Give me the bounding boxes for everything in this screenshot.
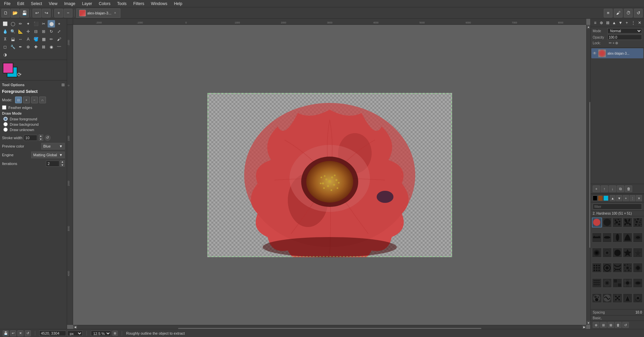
delete-layer-btn[interactable]: 🗑 — [625, 185, 632, 192]
tool-airbrush[interactable]: 🔧 — [9, 43, 16, 51]
tool-shear[interactable]: ⊼ — [1, 36, 9, 43]
lower-layer-btn[interactable]: ↓ — [609, 185, 616, 192]
tool-healing[interactable]: ✚ — [32, 43, 40, 51]
undo-button[interactable]: ↩ — [33, 9, 41, 17]
brush-cell-hardness-dark[interactable] — [602, 218, 612, 227]
draw-unknown-radio[interactable] — [3, 127, 8, 132]
brush-cell-misc-2[interactable] — [602, 263, 612, 273]
brush-cell-circle-solid[interactable] — [612, 248, 622, 258]
menu-select[interactable]: Select — [28, 1, 45, 7]
brush-cell-round-4[interactable] — [623, 293, 633, 303]
tool-zoom[interactable]: 🔍 — [9, 28, 16, 35]
tool-paintbucket[interactable]: 🪣 — [32, 36, 40, 43]
new-button[interactable]: 🗋 — [1, 9, 10, 17]
layers-panel-icon[interactable]: ≡ — [592, 19, 598, 26]
tool-options-collapse[interactable]: ⊠ — [61, 82, 65, 87]
tool-crop[interactable]: ⊞ — [40, 28, 47, 35]
status-refresh-btn[interactable]: ↺ — [25, 330, 31, 336]
tool-pencil[interactable]: ✏ — [48, 36, 55, 43]
tool-move[interactable]: ✛ — [24, 28, 32, 35]
tool-ellipse-select[interactable]: ◯ — [9, 20, 16, 27]
reset-colors-button[interactable]: ⟳ — [17, 72, 21, 77]
tool-text[interactable]: A — [24, 36, 32, 43]
tool-scissors[interactable]: ✂ — [40, 20, 47, 27]
mode-add-btn[interactable]: + — [23, 97, 30, 103]
zoom-select[interactable]: 12.5 % 25 % 50 % 100 % — [91, 331, 111, 336]
tool-foreground-select[interactable]: ⬤ — [48, 20, 55, 27]
brush-cell-ink-3[interactable] — [612, 233, 622, 242]
zoom-out-button[interactable]: − — [64, 9, 72, 17]
status-delete-btn[interactable]: ✕ — [17, 330, 23, 336]
brush-cell-round-2[interactable] — [602, 293, 612, 303]
brush-cell-ink-1[interactable] — [592, 233, 602, 242]
brush-cell-star[interactable] — [623, 248, 633, 258]
tool-blend[interactable]: ▦ — [40, 36, 47, 43]
brush-cell-hardness-red[interactable] — [592, 218, 602, 227]
menu-file[interactable]: File — [1, 1, 13, 7]
stroke-width-down[interactable]: ▼ — [39, 138, 43, 141]
brushes-toggle[interactable]: 🖌 — [614, 9, 623, 17]
open-button[interactable]: 📂 — [11, 9, 19, 17]
brush-cell-soft-1[interactable] — [592, 248, 602, 258]
vscroll-up[interactable]: ▲ — [587, 25, 591, 29]
unit-select[interactable]: px in mm — [67, 331, 83, 336]
save-button[interactable]: 💾 — [20, 9, 29, 17]
tab-close-button[interactable]: × — [113, 11, 117, 15]
panel-arrow-up[interactable]: ▲ — [611, 19, 618, 26]
brush-cell-splatter-3[interactable] — [633, 218, 643, 227]
tool-paintbrush[interactable]: 🖌 — [55, 36, 63, 43]
brush-cell-ink-2[interactable] — [602, 233, 612, 242]
menu-tools[interactable]: Tools — [114, 1, 129, 7]
image-tab[interactable]: alex-blajan-3... × — [76, 8, 120, 18]
tool-rectangle-select[interactable]: ⬜ — [1, 20, 9, 27]
horizontal-scrollbar[interactable]: ◀ ▶ — [73, 325, 586, 329]
brush-cell-round-1[interactable] — [592, 293, 602, 303]
tool-free-select[interactable]: ✏ — [17, 20, 24, 27]
brush-action-delete[interactable]: 🗑 — [615, 322, 622, 328]
brush-action-1[interactable]: ⊕ — [593, 322, 599, 328]
tool-select-by-color[interactable]: ⬛ — [32, 20, 40, 27]
draw-foreground-radio[interactable] — [3, 117, 8, 121]
brush-action-2[interactable]: ⊞ — [600, 322, 607, 328]
raise-layer-btn[interactable]: ↑ — [601, 185, 608, 192]
menu-image[interactable]: Image — [61, 1, 78, 7]
tool-fuzzy-select[interactable]: ✦ — [24, 20, 32, 27]
tool-scale[interactable]: ⤢ — [55, 28, 63, 35]
brush-cell-star2[interactable] — [633, 248, 643, 258]
status-restore-btn[interactable]: ↩ — [10, 330, 16, 336]
brush-cell-ink-4[interactable] — [623, 233, 633, 242]
engine-dropdown[interactable]: Matting Global ▼ — [31, 152, 65, 158]
hscroll-thumb[interactable] — [178, 328, 481, 329]
panel-settings[interactable]: ⋮ — [630, 19, 636, 26]
brush-filter-input[interactable] — [593, 204, 642, 210]
preview-color-dropdown[interactable]: Blue ▼ — [41, 143, 65, 150]
brush-cell-misc-1[interactable] — [592, 263, 602, 273]
stroke-width-up[interactable]: ▲ — [39, 134, 43, 137]
channels-panel-icon[interactable]: ⊕ — [598, 19, 605, 26]
iterations-down[interactable]: ▼ — [60, 164, 65, 167]
vertical-scrollbar[interactable]: ▲ ▼ — [586, 25, 590, 325]
brush-cell-scatter-2[interactable] — [633, 263, 643, 273]
canvas-viewport[interactable] — [207, 93, 452, 257]
iterations-input[interactable] — [46, 161, 59, 167]
tool-dodge-burn[interactable]: ◑ — [1, 51, 9, 58]
menu-filters[interactable]: Filters — [130, 1, 147, 7]
menu-view[interactable]: View — [46, 1, 60, 7]
tool-perspective[interactable]: ⬓ — [9, 36, 16, 43]
brush-cell-scatter-1[interactable] — [623, 263, 633, 273]
tool-rotate[interactable]: ↻ — [48, 28, 55, 35]
mode-subtract-btn[interactable]: − — [31, 97, 38, 103]
brush-cell-ink-5[interactable] — [633, 233, 643, 242]
tool-perspective-clone[interactable]: ⊠ — [40, 43, 47, 51]
tool-flip[interactable]: ↔ — [17, 36, 24, 43]
layer-item[interactable]: 👁 alex-blajan-3... — [591, 48, 643, 58]
panel-close[interactable]: ✕ — [636, 19, 643, 26]
vscroll-thumb[interactable] — [589, 102, 591, 248]
brushes-panel-down[interactable]: ▼ — [616, 195, 622, 201]
panel-add[interactable]: + — [624, 19, 630, 26]
hscroll-left[interactable]: ◀ — [73, 325, 77, 329]
brush-cell-splatter-1[interactable] — [612, 218, 622, 227]
paths-panel-icon[interactable]: ⊠ — [605, 19, 611, 26]
brush-action-3[interactable]: ⊠ — [607, 322, 614, 328]
vscroll-down[interactable]: ▼ — [587, 321, 591, 325]
